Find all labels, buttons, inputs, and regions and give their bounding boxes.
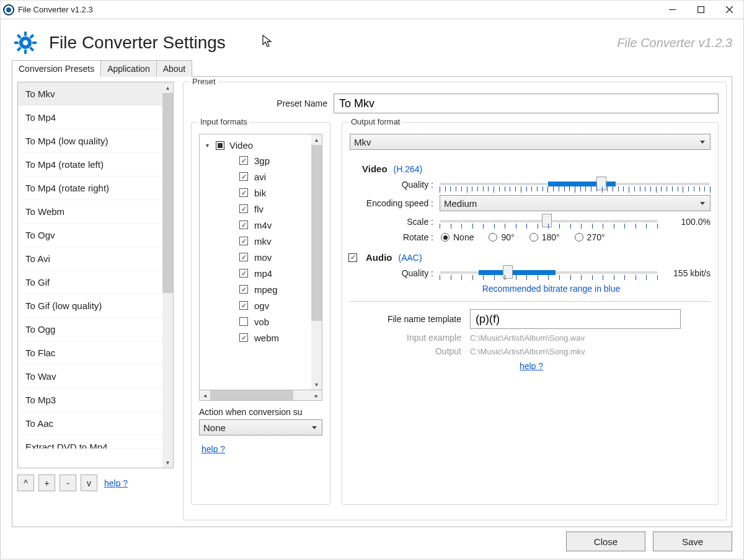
rotate-radio-group: None90°180°270° [440,232,605,242]
scroll-thumb[interactable] [311,145,322,321]
input-format-item[interactable]: mov [200,249,311,265]
input-group-video[interactable]: ▾Video [200,138,311,152]
rotate-option[interactable]: None [441,232,474,242]
video-quality-slider[interactable] [440,178,711,191]
window-body: File Converter Settings File Converter v… [0,19,744,559]
checkbox[interactable] [239,285,248,294]
preset-item[interactable]: To Mp4 (rotate left) [18,153,162,177]
add-preset-button[interactable]: + [38,475,55,491]
preset-item[interactable]: To Ogv [18,224,162,247]
audio-quality-slider[interactable] [440,266,658,280]
svg-point-4 [21,38,30,47]
remove-preset-button[interactable]: - [60,475,76,491]
close-dialog-button[interactable]: Close [566,532,645,551]
output-format-dropdown[interactable]: Mkv [350,134,711,150]
rotate-option[interactable]: 270° [575,232,605,242]
input-format-item[interactable]: mpeg [200,281,311,297]
minimize-button[interactable] [658,1,686,19]
svg-rect-10 [17,46,22,51]
page-title: File Converter Settings [49,33,226,53]
scroll-down-icon[interactable]: ▾ [311,379,322,390]
checkbox[interactable] [239,221,248,229]
preset-item[interactable]: Extract DVD to Mp4 [18,435,162,449]
scroll-thumb[interactable] [210,390,293,400]
preset-item[interactable]: To Mp4 [18,106,162,129]
preset-item[interactable]: To Gif (low quality) [18,294,162,318]
rotate-option[interactable]: 90° [489,232,514,242]
svg-rect-6 [24,50,27,54]
audio-checkbox[interactable] [348,253,357,262]
input-format-item[interactable]: mkv [200,233,311,249]
input-format-item[interactable]: avi [200,168,311,185]
scroll-down-icon[interactable]: ▾ [162,457,173,468]
checkbox[interactable] [239,204,248,213]
preset-item[interactable]: To Avi [18,247,162,271]
preset-item[interactable]: To Mp3 [18,388,162,412]
checkbox[interactable] [239,188,248,197]
input-format-item[interactable]: flv [200,201,311,217]
tab-conversion-presets[interactable]: Conversion Presets [12,60,101,77]
video-codec-label: (H.264) [394,164,423,174]
move-up-button[interactable]: ^ [17,475,34,491]
input-format-item[interactable]: vob [200,313,311,330]
input-format-item[interactable]: mp4 [200,265,311,281]
input-format-tree[interactable]: ▾Video3gpavibikflvm4vmkvmovmp4mpegogvvob… [200,134,311,390]
group-checkbox[interactable] [216,141,224,150]
preset-item[interactable]: To Mp4 (rotate right) [18,177,162,200]
input-format-item[interactable]: bik [200,185,311,201]
preset-item[interactable]: To Wav [18,365,162,388]
preset-item[interactable]: To Aac [18,412,162,435]
svg-rect-7 [14,42,19,44]
presets-help-link[interactable]: help ? [104,478,128,488]
collapse-icon[interactable]: ▾ [206,142,213,149]
save-button[interactable]: Save [653,532,732,551]
preset-scrollbar[interactable]: ▴ ▾ [162,82,173,468]
input-format-item[interactable]: webm [200,330,311,346]
preset-item[interactable]: To Webm [18,200,162,224]
input-tree-vscroll[interactable]: ▴ ▾ [311,134,322,390]
input-tree-hscroll[interactable]: ◂ ▸ [199,390,322,401]
maximize-button[interactable] [686,1,715,19]
preset-name-input[interactable] [334,94,719,113]
input-format-item[interactable]: m4v [200,217,311,233]
preset-list[interactable]: To MkvTo Mp4To Mp4 (low quality)To Mp4 (… [18,82,162,468]
checkbox[interactable] [239,156,248,165]
tab-about[interactable]: About [156,60,193,77]
output-help-link[interactable]: help ? [520,361,543,371]
scale-slider[interactable] [440,215,658,229]
input-formats-help-link[interactable]: help ? [202,444,225,454]
video-quality-label: Quality : [350,180,433,190]
rotate-option[interactable]: 180° [529,232,560,242]
checkbox[interactable] [239,253,248,261]
audio-codec-label: (AAC) [399,253,422,263]
encoding-speed-value: Medium [444,198,477,209]
scroll-up-icon[interactable]: ▴ [162,82,173,93]
scroll-left-icon[interactable]: ◂ [200,390,210,400]
scroll-up-icon[interactable]: ▴ [311,134,322,145]
tab-application[interactable]: Application [100,60,157,77]
filename-template-input[interactable] [470,309,681,329]
move-down-button[interactable]: v [81,475,97,491]
checkbox[interactable] [239,269,248,278]
input-format-item[interactable]: 3gp [200,152,311,168]
radio-icon [575,233,583,242]
checkbox[interactable] [239,317,248,326]
checkbox[interactable] [239,333,248,342]
app-icon [3,4,14,15]
preset-item[interactable]: To Flac [18,341,162,365]
encoding-speed-dropdown[interactable]: Medium [440,195,711,211]
input-format-item[interactable]: ogv [200,297,311,313]
conversion-action-dropdown[interactable]: None [199,419,322,435]
rotate-label: Rotate : [350,232,433,242]
scroll-thumb[interactable] [162,93,173,293]
scale-value: 100.0% [664,217,711,227]
preset-item[interactable]: To Mkv [18,82,162,106]
scroll-right-icon[interactable]: ▸ [311,390,322,400]
checkbox[interactable] [239,172,248,181]
preset-item[interactable]: To Mp4 (low quality) [18,129,162,153]
preset-item[interactable]: To Gif [18,271,162,294]
checkbox[interactable] [239,301,248,310]
checkbox[interactable] [239,237,248,245]
close-button[interactable] [715,1,743,19]
preset-item[interactable]: To Ogg [18,318,162,341]
